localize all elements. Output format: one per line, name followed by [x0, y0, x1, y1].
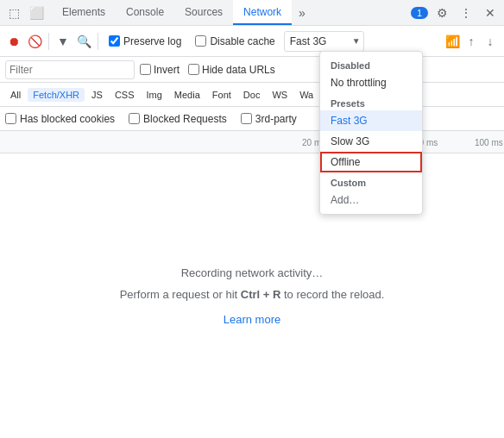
import-icon[interactable]: ↑ [463, 33, 480, 50]
type-js-button[interactable]: JS [86, 88, 108, 102]
filter-input-wrap [5, 60, 135, 79]
blocked-requests-label[interactable]: Blocked Requests [129, 113, 227, 125]
close-devtools-icon[interactable]: ✕ [480, 3, 501, 23]
device-icon[interactable]: ⬜ [26, 3, 47, 23]
type-font-button[interactable]: Font [207, 88, 236, 102]
tab-right-actions: 1 ⚙ ⋮ ✕ [411, 3, 501, 23]
type-ws-button[interactable]: WS [267, 88, 293, 102]
third-party-label[interactable]: 3rd-party [241, 113, 297, 125]
tab-more[interactable]: » [292, 0, 312, 25]
type-doc-button[interactable]: Doc [238, 88, 266, 102]
throttle-dropdown: Disabled No throttling Presets Fast 3G S… [319, 51, 423, 215]
search-icon[interactable]: 🔍 [75, 33, 92, 50]
filter-icon[interactable]: ▼ [54, 33, 72, 50]
has-blocked-cookies-checkbox[interactable] [5, 113, 16, 124]
dropdown-header-presets: Presets [320, 93, 422, 110]
settings-icon[interactable]: ⚙ [432, 3, 452, 23]
network-toolbar: ⏺ 🚫 ▼ 🔍 Preserve log Disable cache Fast … [0, 26, 504, 57]
timeline-marker-100: 100 ms [475, 137, 503, 147]
tab-elements[interactable]: Elements [52, 0, 116, 25]
type-all-button[interactable]: All [5, 88, 26, 102]
type-fetch-xhr-button[interactable]: Fetch/XHR [28, 88, 85, 102]
preserve-log-checkbox[interactable] [109, 35, 120, 47]
main-content: Recording network activity… Perform a re… [0, 153, 504, 438]
options-row: Has blocked cookies Blocked Requests 3rd… [0, 107, 504, 131]
disable-cache-group: Disable cache [190, 35, 280, 47]
record-button[interactable]: ⏺ [5, 33, 22, 50]
dropdown-item-slow-3g[interactable]: Slow 3G [320, 131, 422, 152]
dropdown-item-offline[interactable]: Offline [320, 152, 422, 172]
type-media-button[interactable]: Media [169, 88, 205, 102]
preserve-log-group: Preserve log [104, 35, 186, 47]
blocked-requests-checkbox[interactable] [129, 113, 140, 124]
tab-bar: ⬚ ⬜ Elements Console Sources Network » 1… [0, 0, 504, 26]
recording-text: Recording network activity… [181, 266, 324, 279]
ctrl-r-hint: Ctrl + R [241, 288, 281, 301]
learn-more-link[interactable]: Learn more [224, 313, 280, 326]
divider-1 [48, 33, 49, 50]
export-icon[interactable]: ↓ [482, 33, 499, 50]
more-options-icon[interactable]: ⋮ [456, 3, 476, 23]
filter-row: Invert Hide data URLs [0, 57, 504, 83]
dropdown-item-add[interactable]: Add… [320, 190, 422, 210]
devtools-icons: ⬚ ⬜ [3, 3, 47, 23]
disable-cache-checkbox[interactable] [195, 35, 206, 47]
type-css-button[interactable]: CSS [110, 88, 140, 102]
invert-label[interactable]: Invert [140, 64, 180, 76]
third-party-checkbox[interactable] [241, 113, 252, 124]
type-filter-row: All Fetch/XHR JS CSS Img Media Font Doc … [0, 83, 504, 107]
tab-network[interactable]: Network [233, 0, 292, 25]
dropdown-header-custom: Custom [320, 172, 422, 190]
has-blocked-cookies-label[interactable]: Has blocked cookies [5, 113, 115, 125]
timeline-row: 20 ms 40 ms 60 ms 100 ms [0, 131, 504, 153]
clear-button[interactable]: 🚫 [26, 33, 43, 50]
issues-badge[interactable]: 1 [411, 7, 428, 19]
record-hint: Perform a request or hit Ctrl + R to rec… [120, 288, 385, 301]
filter-input[interactable] [9, 64, 130, 76]
tab-sources[interactable]: Sources [174, 0, 233, 25]
divider-2 [98, 33, 98, 50]
tab-console[interactable]: Console [116, 0, 174, 25]
type-wa-button[interactable]: Wa [294, 88, 318, 102]
inspect-icon[interactable]: ⬚ [3, 3, 24, 23]
dropdown-item-no-throttling[interactable]: No throttling [320, 72, 422, 93]
dropdown-header-disabled: Disabled [320, 55, 422, 72]
type-img-button[interactable]: Img [142, 88, 167, 102]
hide-data-urls-label[interactable]: Hide data URLs [188, 64, 275, 76]
dropdown-item-fast-3g[interactable]: Fast 3G [320, 110, 422, 131]
throttle-select[interactable]: Fast 3G Slow 3G No throttling Offline [284, 31, 364, 52]
throttle-select-wrap: Fast 3G Slow 3G No throttling Offline ▼ [284, 31, 364, 52]
network-conditions-icon[interactable]: 📶 [444, 33, 461, 50]
invert-checkbox[interactable] [140, 64, 151, 75]
preserve-log-label[interactable]: Preserve log [123, 35, 181, 47]
hide-data-urls-checkbox[interactable] [188, 64, 199, 75]
disable-cache-label[interactable]: Disable cache [210, 35, 274, 47]
tabs: Elements Console Sources Network » [52, 0, 312, 25]
toolbar-right: 📶 ↑ ↓ [444, 33, 499, 50]
